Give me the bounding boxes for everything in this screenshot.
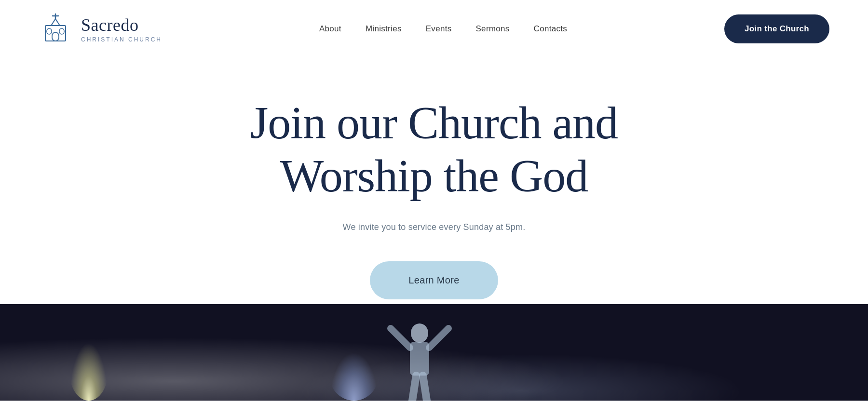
nav-ministries[interactable]: Ministries xyxy=(366,24,402,34)
logo-area: Sacredo CHRISTIAN CHURCH xyxy=(39,12,162,46)
svg-rect-6 xyxy=(59,28,64,34)
svg-line-11 xyxy=(412,376,416,401)
svg-line-12 xyxy=(423,376,427,401)
silhouette-figure xyxy=(347,314,492,401)
svg-rect-5 xyxy=(47,28,52,34)
nav-events[interactable]: Events xyxy=(426,24,452,34)
hero-title-line1: Join our Church and xyxy=(250,97,618,148)
logo-text: Sacredo CHRISTIAN CHURCH xyxy=(81,15,162,43)
logo-name: Sacredo xyxy=(81,15,162,35)
svg-rect-4 xyxy=(52,32,59,41)
nav-sermons[interactable]: Sermons xyxy=(475,24,509,34)
learn-more-wrapper: Learn More xyxy=(0,261,868,299)
site-header: Sacredo CHRISTIAN CHURCH About Ministrie… xyxy=(0,0,868,58)
light-beam-left xyxy=(69,343,108,401)
hero-image-area xyxy=(0,304,868,401)
svg-line-9 xyxy=(391,328,410,348)
svg-rect-3 xyxy=(45,26,66,41)
hero-content: Join our Church and Worship the God We i… xyxy=(0,96,868,319)
nav-contacts[interactable]: Contacts xyxy=(534,24,568,34)
hero-title-line2: Worship the God xyxy=(280,150,588,202)
church-icon xyxy=(39,12,72,46)
main-nav: About Ministries Events Sermons Contacts xyxy=(319,24,567,34)
svg-point-7 xyxy=(411,323,428,343)
hero-section: Join our Church and Worship the God We i… xyxy=(0,58,868,401)
hero-subtitle: We invite you to service every Sunday at… xyxy=(0,222,868,232)
join-church-button[interactable]: Join the Church xyxy=(724,14,829,43)
logo-subtitle: CHRISTIAN CHURCH xyxy=(81,36,162,43)
hero-title: Join our Church and Worship the God xyxy=(0,96,868,203)
learn-more-button[interactable]: Learn More xyxy=(370,261,498,299)
nav-about[interactable]: About xyxy=(319,24,341,34)
svg-line-10 xyxy=(429,328,448,348)
